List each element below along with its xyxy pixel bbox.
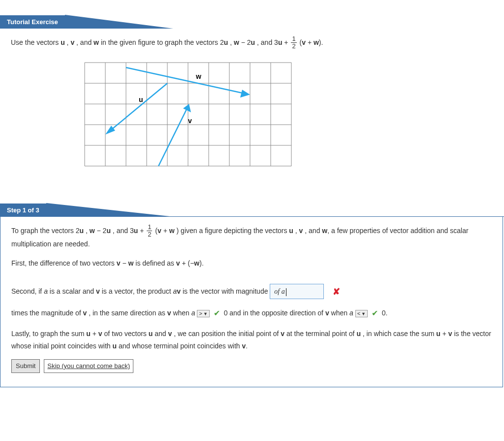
text: is a vector, the product [102,287,173,295]
text: , and 3 [113,226,134,234]
vec-u: u [149,330,153,338]
vec-u: u [112,342,117,350]
text: and [155,330,168,338]
direction-select-2[interactable]: <▼ [355,310,368,317]
submit-button[interactable]: Submit [11,359,40,373]
text: , in which case the sum [363,330,436,338]
incorrect-icon: ✘ [333,287,340,297]
vec-u: u [224,38,228,46]
vec-u: u [356,330,361,338]
frac-num: 1 [147,224,152,231]
text: , we can position the initial point of [174,330,281,338]
text: , [295,226,299,234]
text: is defined as [135,259,176,267]
figure-label-u: u [139,96,143,103]
vec-v: v [98,330,102,338]
text: 0. [382,309,388,317]
vec-w: w [169,226,175,234]
vec-v: v [96,287,100,295]
step-paragraph-5: Lastly, to graph the sum u + v of two ve… [11,328,492,352]
step-paragraph-1: To graph the vectors 2u , w − 2u , and 3… [11,224,492,251]
vec-w: w [314,38,319,46]
vec-u: u [86,330,91,338]
vec-w: w [90,226,95,234]
text: + [163,226,169,234]
text: at the terminal point of [286,330,356,338]
step-paragraph-2: First, the difference of two vectors v −… [11,257,492,270]
text: when [173,309,191,317]
correct-icon: ✔ [372,309,378,317]
prompt-text: in the given figure to graph the vectors… [101,38,224,46]
step-body: To graph the vectors 2u , w − 2u , and 3… [0,217,503,387]
text: of two vectors [104,330,148,338]
direction-select-1[interactable]: >▼ [197,310,209,317]
vec-w: w [128,259,133,267]
skip-link[interactable]: Skip (you cannot come back) [44,359,133,373]
vec-v: v [167,309,171,317]
prompt-text: , and 3 [257,38,278,46]
vec-u: u [134,226,138,234]
vec-u: u [436,330,441,338]
scalar-a: a [44,287,48,295]
vec-u: u [289,226,293,234]
vec-v: v [158,226,161,234]
scalar-a: a [349,309,353,317]
svg-line-21 [126,68,245,94]
prompt-text: + [308,38,314,46]
figure-label-v: v [188,117,192,125]
select-value: < [357,310,360,316]
step-paragraph-4: times the magnitude of v , in the same d… [11,306,492,321]
action-row: Submit Skip (you cannot come back) [11,359,492,373]
exercise-tab-header: Tutorial Exercise [0,15,504,29]
text: 0 and in the opposite direction of [224,309,325,317]
svg-line-17 [110,83,167,131]
prompt-text: + [284,38,290,46]
exercise-body: Use the vectors u , v , and w in the giv… [0,29,504,187]
svg-marker-22 [240,90,250,98]
text: − 2 [97,226,107,234]
frac-num: 1 [291,35,296,43]
figure-label-w: w [195,72,201,80]
text: ) given a figure depicting the vectors [177,226,289,234]
select-value: > [199,310,202,316]
prompt-text: ). [319,38,323,46]
vec-v: v [299,226,303,234]
vec-u: u [251,38,255,46]
step-paragraph-3: Second, if a is a scalar and v is a vect… [11,284,492,300]
correct-icon: ✔ [214,309,220,317]
text: + (− [182,259,194,267]
text: and whose terminal point coincides with [119,342,242,350]
vec-v: v [168,330,172,338]
svg-line-19 [158,108,187,166]
text: , and [305,226,322,234]
fraction: 1 2 [147,224,152,238]
vec-v: v [302,38,306,46]
svg-marker-20 [183,104,191,112]
prompt-text: , [230,38,234,46]
magnitude-answer-input[interactable]: of a [270,284,324,299]
vec-v: v [177,287,181,295]
text: Second, if [11,287,44,295]
vec-v: v [448,330,452,338]
scalar-a: a [191,309,195,317]
vec-v: v [281,330,284,338]
vec-v: v [176,259,180,267]
text: + [140,226,146,234]
chevron-down-icon: ▼ [203,311,208,316]
exercise-prompt: Use the vectors u , v , and w in the giv… [11,35,493,50]
prompt-text: Use the vectors [11,38,61,46]
step-tab-label: Step 1 of 3 [0,204,46,217]
fraction: 1 2 [291,35,296,50]
vec-u: u [61,38,65,46]
text: + [442,330,448,338]
vec-w: w [234,38,239,46]
vec-v: v [117,259,121,267]
exercise-tab-label: Tutorial Exercise [0,15,65,29]
vec-v: v [83,309,87,317]
text: , in the same direction as [89,309,167,317]
text: Lastly, to graph the sum [11,330,86,338]
vec-u: u [106,226,111,234]
step-tab-header: Step 1 of 3 [0,203,504,217]
text: ). [199,259,204,267]
chevron-down-icon: ▼ [361,311,366,316]
